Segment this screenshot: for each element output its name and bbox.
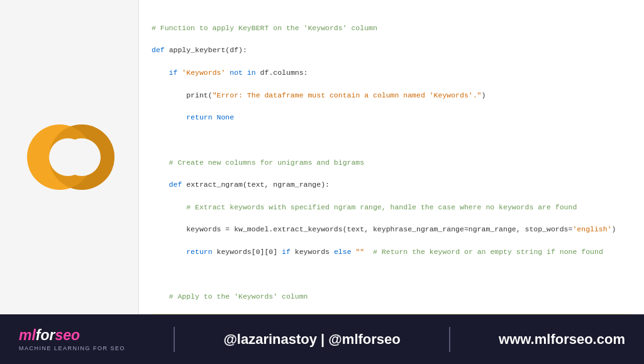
seo-text: seo [55, 327, 80, 344]
footer-handle: @lazarinastoy | @mlforseo [223, 331, 400, 348]
code-content: # Function to apply KeyBERT on the 'Keyw… [152, 11, 631, 314]
for-text: for [36, 327, 55, 344]
mlforseo-brand: mlforseo [19, 327, 80, 344]
co-logo [19, 107, 119, 207]
divider-left [174, 327, 175, 352]
footer-subtitle: machine learning for seo [19, 345, 125, 351]
svg-point-6 [49, 138, 87, 176]
code-panel: # Function to apply KeyBERT on the 'Keyw… [138, 0, 644, 314]
logo-panel [0, 0, 138, 314]
footer: mlforseo machine learning for seo @lazar… [0, 314, 644, 364]
ml-text: ml [19, 327, 36, 344]
footer-logo: mlforseo machine learning for seo [19, 327, 125, 351]
footer-url: www.mlforseo.com [499, 331, 625, 348]
main-content: # Function to apply KeyBERT on the 'Keyw… [0, 0, 644, 314]
divider-right [449, 327, 450, 352]
